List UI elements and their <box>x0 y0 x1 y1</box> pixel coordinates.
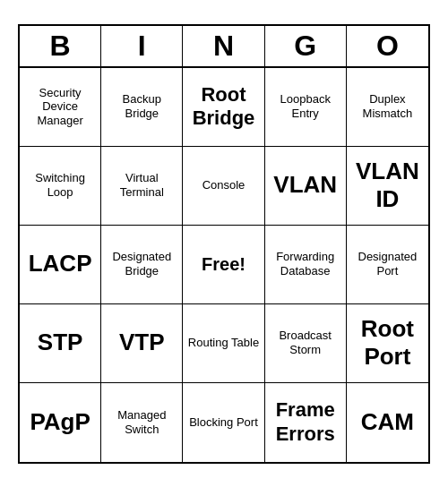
bingo-cell[interactable]: Designated Bridge <box>101 226 183 304</box>
bingo-header: BINGO <box>20 26 428 68</box>
bingo-cell[interactable]: Frame Errors <box>265 383 347 462</box>
bingo-cell[interactable]: Routing Table <box>183 304 264 383</box>
bingo-cell[interactable]: Backup Bridge <box>101 68 183 147</box>
header-letter: O <box>347 26 428 66</box>
bingo-cell[interactable]: VTP <box>101 304 183 383</box>
bingo-cell[interactable]: CAM <box>347 383 428 462</box>
bingo-grid: Security Device ManagerBackup BridgeRoot… <box>20 68 428 462</box>
header-letter: I <box>101 26 183 66</box>
bingo-cell[interactable]: Virtual Terminal <box>101 147 183 226</box>
bingo-card: BINGO Security Device ManagerBackup Brid… <box>18 24 430 464</box>
header-letter: B <box>20 26 101 66</box>
bingo-cell[interactable]: Free! <box>183 226 264 304</box>
bingo-cell[interactable]: STP <box>20 304 101 383</box>
bingo-cell[interactable]: Duplex Mismatch <box>347 68 428 147</box>
header-letter: G <box>265 26 347 66</box>
bingo-cell[interactable]: Security Device Manager <box>20 68 101 147</box>
bingo-cell[interactable]: Designated Port <box>347 226 428 304</box>
bingo-cell[interactable]: Forwarding Database <box>265 226 347 304</box>
bingo-cell[interactable]: LACP <box>20 226 101 304</box>
bingo-cell[interactable]: Console <box>183 147 264 226</box>
bingo-cell[interactable]: Managed Switch <box>101 383 183 462</box>
bingo-cell[interactable]: Root Bridge <box>183 68 264 147</box>
bingo-cell[interactable]: Blocking Port <box>183 383 264 462</box>
bingo-cell[interactable]: Root Port <box>347 304 428 383</box>
bingo-cell[interactable]: VLAN ID <box>347 147 428 226</box>
bingo-cell[interactable]: Switching Loop <box>20 147 101 226</box>
bingo-cell[interactable]: Loopback Entry <box>265 68 347 147</box>
bingo-cell[interactable]: VLAN <box>265 147 347 226</box>
header-letter: N <box>183 26 264 66</box>
bingo-cell[interactable]: PAgP <box>20 383 101 462</box>
bingo-cell[interactable]: Broadcast Storm <box>265 304 347 383</box>
